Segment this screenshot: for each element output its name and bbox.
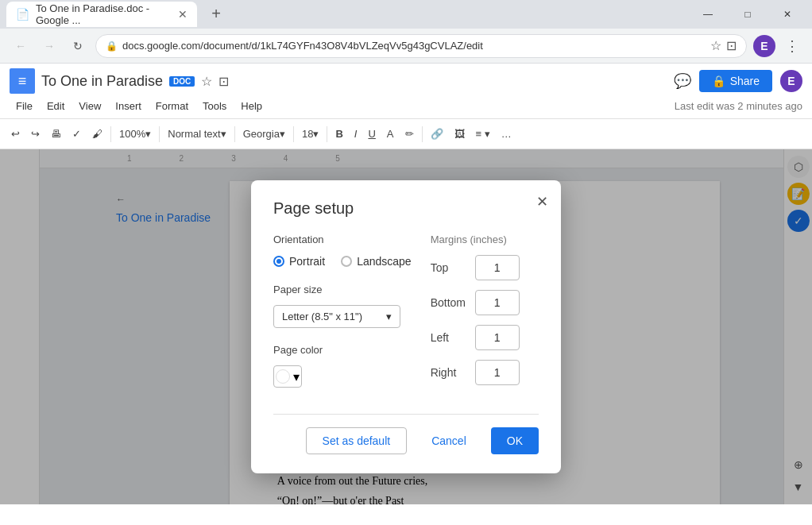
chrome-menu-button[interactable]: ⋮ bbox=[782, 36, 802, 56]
back-button[interactable]: ← bbox=[10, 35, 32, 57]
docs-title-row: ≡ To One in Paradise DOC ☆ ⊡ 💬 🔒 Share E bbox=[10, 68, 802, 94]
margins-label: Margins (inches) bbox=[431, 234, 542, 245]
minimize-button[interactable]: — bbox=[690, 2, 726, 26]
paper-size-label: Paper size bbox=[273, 284, 412, 295]
align-button[interactable]: ≡ ▾ bbox=[471, 123, 495, 145]
underline-button[interactable]: U bbox=[363, 123, 380, 145]
ok-button[interactable]: OK bbox=[491, 427, 539, 454]
landscape-label: Landscape bbox=[357, 255, 412, 268]
landscape-option[interactable]: Landscape bbox=[341, 255, 412, 268]
insert-image-button[interactable]: 🖼 bbox=[450, 123, 470, 145]
main-area: 1 2 3 4 5 ← To One in Paradise Paradise … bbox=[0, 149, 812, 504]
browser-titlebar: 📄 To One in Paradise.doc - Google ... ✕ … bbox=[0, 0, 812, 29]
user-avatar[interactable]: E bbox=[753, 35, 775, 57]
toolbar-separator-6 bbox=[422, 126, 423, 142]
share-lock-icon: 🔒 bbox=[712, 75, 725, 87]
menu-format[interactable]: Format bbox=[149, 97, 195, 115]
print-button[interactable]: 🖶 bbox=[46, 123, 66, 145]
bookmark-icon[interactable]: ☆ bbox=[710, 38, 721, 53]
close-button[interactable]: ✕ bbox=[769, 2, 806, 26]
margin-right-label: Right bbox=[431, 366, 469, 379]
tab-close-button[interactable]: ✕ bbox=[178, 8, 188, 21]
paint-format-button[interactable]: 🖌 bbox=[87, 123, 107, 145]
margin-right-row: Right bbox=[431, 360, 542, 385]
lock-icon: 🔒 bbox=[106, 41, 118, 52]
margin-left-input[interactable] bbox=[475, 325, 520, 350]
landscape-radio[interactable] bbox=[341, 256, 352, 267]
more-options-button[interactable]: … bbox=[497, 123, 516, 145]
portrait-radio[interactable] bbox=[273, 256, 284, 267]
docs-user-avatar[interactable]: E bbox=[780, 70, 802, 92]
font-selector[interactable]: Georgia ▾ bbox=[238, 123, 290, 145]
forward-button[interactable]: → bbox=[38, 35, 60, 57]
comments-icon[interactable]: 💬 bbox=[674, 72, 691, 90]
format-toolbar: ↩ ↪ 🖶 ✓ 🖌 100% ▾ Normal text ▾ Georgia ▾… bbox=[0, 119, 812, 149]
menu-tools[interactable]: Tools bbox=[196, 97, 233, 115]
docs-filename: To One in Paradise bbox=[41, 73, 163, 90]
bold-button[interactable]: B bbox=[331, 123, 347, 145]
highlight-button[interactable]: ✏ bbox=[400, 123, 419, 145]
menu-insert[interactable]: Insert bbox=[109, 97, 148, 115]
toolbar-separator-2 bbox=[159, 126, 160, 142]
set-default-button[interactable]: Set as default bbox=[306, 427, 408, 454]
toolbar-separator-3 bbox=[234, 126, 235, 142]
modal-footer: Set as default Cancel OK bbox=[273, 414, 539, 454]
orientation-options: Portrait Landscape bbox=[273, 255, 412, 268]
menu-help[interactable]: Help bbox=[234, 97, 269, 115]
margin-right-input[interactable] bbox=[475, 360, 520, 385]
maximize-button[interactable]: □ bbox=[729, 2, 766, 26]
share-button[interactable]: 🔒 Share bbox=[699, 70, 772, 92]
folder-icon[interactable]: ⊡ bbox=[218, 74, 229, 89]
orientation-label: Orientation bbox=[273, 234, 412, 245]
color-dropdown-arrow: ▾ bbox=[293, 369, 300, 384]
cancel-button[interactable]: Cancel bbox=[415, 427, 483, 454]
modal-title: Page setup bbox=[273, 199, 539, 218]
paper-size-dropdown[interactable]: Letter (8.5" x 11") ▾ bbox=[273, 305, 400, 328]
page-color-section: Page color ▾ bbox=[273, 344, 412, 388]
url-bar[interactable]: 🔒 docs.google.com/document/d/1kL74GYFn43… bbox=[95, 34, 747, 58]
tab-title: To One in Paradise.doc - Google ... bbox=[36, 2, 168, 26]
reload-button[interactable]: ↻ bbox=[67, 35, 89, 57]
cast-icon[interactable]: ⊡ bbox=[726, 38, 737, 53]
style-selector[interactable]: Normal text ▾ bbox=[163, 123, 230, 145]
portrait-label: Portrait bbox=[289, 255, 325, 268]
undo-button[interactable]: ↩ bbox=[6, 123, 25, 145]
italic-button[interactable]: I bbox=[350, 123, 362, 145]
margin-left-label: Left bbox=[431, 331, 469, 344]
toolbar-separator-1 bbox=[110, 126, 111, 142]
margin-top-label: Top bbox=[431, 261, 469, 274]
star-doc-button[interactable]: ☆ bbox=[201, 74, 212, 89]
url-text: docs.google.com/document/d/1kL74GYFn43O8… bbox=[122, 40, 702, 52]
docs-header: ≡ To One in Paradise DOC ☆ ⊡ 💬 🔒 Share E… bbox=[0, 64, 812, 119]
page-setup-modal: Page setup ✕ Orientation Portrait Landsc… bbox=[251, 180, 561, 473]
modal-close-button[interactable]: ✕ bbox=[536, 193, 548, 210]
margin-left-row: Left bbox=[431, 325, 542, 350]
margin-top-input[interactable] bbox=[475, 255, 520, 280]
menu-file[interactable]: File bbox=[10, 97, 39, 115]
new-tab-button[interactable]: + bbox=[205, 2, 227, 25]
margin-bottom-label: Bottom bbox=[431, 296, 469, 309]
tab-doc-icon: 📄 bbox=[16, 8, 29, 21]
toolbar-separator-4 bbox=[293, 126, 294, 142]
menu-view[interactable]: View bbox=[72, 97, 107, 115]
margin-bottom-input[interactable] bbox=[475, 290, 520, 315]
redo-button[interactable]: ↪ bbox=[26, 123, 44, 145]
portrait-option[interactable]: Portrait bbox=[273, 255, 325, 268]
modal-overlay: Page setup ✕ Orientation Portrait Landsc… bbox=[0, 149, 812, 504]
address-bar: ← → ↻ 🔒 docs.google.com/document/d/1kL74… bbox=[0, 29, 812, 64]
page-color-button[interactable]: ▾ bbox=[273, 365, 302, 388]
spellcheck-button[interactable]: ✓ bbox=[68, 123, 86, 145]
browser-tab[interactable]: 📄 To One in Paradise.doc - Google ... ✕ bbox=[6, 2, 197, 27]
font-size-selector[interactable]: 18 ▾ bbox=[297, 123, 323, 145]
text-color-button[interactable]: A bbox=[382, 123, 399, 145]
page-color-label: Page color bbox=[273, 344, 412, 356]
margin-top-row: Top bbox=[431, 255, 542, 280]
insert-link-button[interactable]: 🔗 bbox=[426, 123, 448, 145]
zoom-selector[interactable]: 100% ▾ bbox=[114, 123, 156, 145]
modal-body: Orientation Portrait Landscape Paper siz… bbox=[273, 234, 539, 395]
menu-edit[interactable]: Edit bbox=[41, 97, 71, 115]
last-edit-status: Last edit was 2 minutes ago bbox=[675, 100, 802, 112]
modal-right-column: Margins (inches) Top Bottom Left bbox=[431, 234, 542, 395]
color-circle bbox=[276, 369, 290, 384]
window-controls: — □ ✕ bbox=[690, 2, 806, 26]
